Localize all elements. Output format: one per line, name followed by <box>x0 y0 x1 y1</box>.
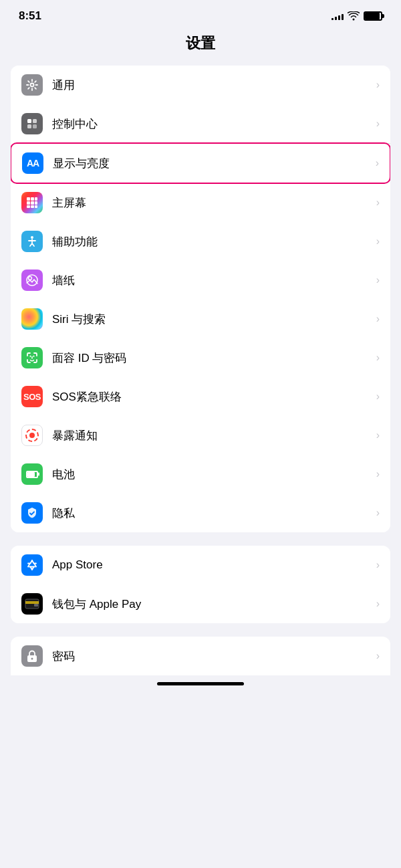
settings-item-homescreen[interactable]: 主屏幕 › <box>11 183 390 222</box>
svg-rect-10 <box>33 119 37 123</box>
svg-rect-17 <box>31 201 34 205</box>
exposure-label: 暴露通知 <box>52 428 376 443</box>
homescreen-icon <box>21 192 43 213</box>
siri-icon <box>21 308 43 330</box>
svg-rect-14 <box>31 197 34 201</box>
faceid-icon <box>21 347 43 368</box>
password-label: 密码 <box>52 649 376 664</box>
settings-item-wallpaper[interactable]: 墙纸 › <box>11 261 390 300</box>
appstore-chevron: › <box>376 559 380 571</box>
exposure-icon <box>21 425 43 446</box>
settings-item-display[interactable]: AA 显示与亮度 › <box>11 142 390 184</box>
settings-item-battery[interactable]: 电池 › <box>11 455 390 494</box>
svg-rect-19 <box>27 205 30 208</box>
control-center-chevron: › <box>376 118 380 130</box>
settings-item-privacy[interactable]: 隐私 › <box>11 494 390 532</box>
svg-line-8 <box>28 88 29 89</box>
svg-rect-21 <box>35 205 37 208</box>
settings-group-3: 密码 › <box>11 637 390 675</box>
homescreen-chevron: › <box>376 197 380 209</box>
accessibility-icon <box>21 231 43 252</box>
settings-item-control-center[interactable]: 控制中心 › <box>11 104 390 143</box>
svg-line-7 <box>35 81 36 82</box>
svg-rect-20 <box>31 205 34 208</box>
settings-item-general[interactable]: 通用 › <box>11 66 390 104</box>
settings-item-exposure[interactable]: 暴露通知 › <box>11 416 390 455</box>
display-chevron: › <box>376 157 379 169</box>
exposure-chevron: › <box>376 429 380 441</box>
svg-rect-12 <box>33 124 37 128</box>
battery-status-icon <box>364 11 382 21</box>
sos-label: SOS紧急联络 <box>52 389 376 405</box>
faceid-chevron: › <box>376 352 380 364</box>
wallet-chevron: › <box>376 598 380 610</box>
status-icons <box>331 11 382 21</box>
wifi-icon <box>348 11 360 21</box>
settings-item-accessibility[interactable]: 辅助功能 › <box>11 222 390 261</box>
svg-rect-16 <box>27 201 30 205</box>
svg-line-5 <box>28 81 29 82</box>
wallet-label: 钱包与 Apple Pay <box>52 596 376 612</box>
battery-label: 电池 <box>52 467 376 482</box>
control-center-icon <box>21 113 43 134</box>
control-center-label: 控制中心 <box>52 116 376 132</box>
siri-chevron: › <box>376 313 380 325</box>
wallpaper-label: 墙纸 <box>52 273 376 288</box>
wallpaper-chevron: › <box>376 274 380 286</box>
general-label: 通用 <box>52 78 376 93</box>
svg-point-22 <box>31 236 33 239</box>
signal-icon <box>331 12 344 20</box>
svg-rect-27 <box>34 604 38 607</box>
privacy-icon <box>21 502 43 524</box>
wallpaper-icon <box>21 269 43 291</box>
settings-item-sos[interactable]: SOS SOS紧急联络 › <box>11 377 390 416</box>
battery-chevron: › <box>376 468 380 480</box>
display-icon: AA <box>22 152 43 174</box>
svg-point-24 <box>29 277 32 280</box>
general-icon <box>21 74 43 96</box>
siri-label: Siri 与搜索 <box>52 312 376 327</box>
battery-list-icon <box>21 463 43 485</box>
settings-group-2: App Store › 钱包与 Apple Pay › <box>11 546 390 623</box>
accessibility-label: 辅助功能 <box>52 234 376 249</box>
svg-rect-26 <box>25 601 39 604</box>
svg-rect-15 <box>35 197 37 201</box>
svg-point-29 <box>31 658 33 660</box>
privacy-chevron: › <box>376 507 380 519</box>
appstore-icon <box>21 554 43 576</box>
settings-item-wallet[interactable]: 钱包与 Apple Pay › <box>11 584 390 623</box>
home-indicator <box>157 682 244 685</box>
status-bar: 8:51 <box>0 0 401 28</box>
svg-point-23 <box>27 275 37 286</box>
password-icon <box>21 645 43 667</box>
svg-rect-18 <box>35 201 37 205</box>
svg-rect-13 <box>27 197 30 201</box>
password-chevron: › <box>376 650 380 662</box>
page-title: 设置 <box>0 28 401 66</box>
svg-rect-9 <box>27 119 31 123</box>
privacy-label: 隐私 <box>52 506 376 521</box>
wallet-icon <box>21 593 43 615</box>
homescreen-label: 主屏幕 <box>52 195 376 211</box>
svg-point-0 <box>31 84 34 87</box>
settings-item-appstore[interactable]: App Store › <box>11 546 390 584</box>
sos-icon: SOS <box>21 386 43 407</box>
display-label: 显示与亮度 <box>53 156 376 171</box>
svg-rect-11 <box>27 124 31 128</box>
accessibility-chevron: › <box>376 235 380 247</box>
settings-item-password[interactable]: 密码 › <box>11 637 390 675</box>
sos-chevron: › <box>376 391 380 403</box>
faceid-label: 面容 ID 与密码 <box>52 350 376 366</box>
settings-item-faceid[interactable]: 面容 ID 与密码 › <box>11 338 390 377</box>
status-time: 8:51 <box>19 9 41 23</box>
general-chevron: › <box>376 79 380 91</box>
appstore-label: App Store <box>52 558 376 572</box>
settings-item-siri[interactable]: Siri 与搜索 › <box>11 300 390 338</box>
svg-line-6 <box>35 88 36 89</box>
settings-group-1: 通用 › 控制中心 › AA 显示与亮度 › <box>11 66 390 532</box>
